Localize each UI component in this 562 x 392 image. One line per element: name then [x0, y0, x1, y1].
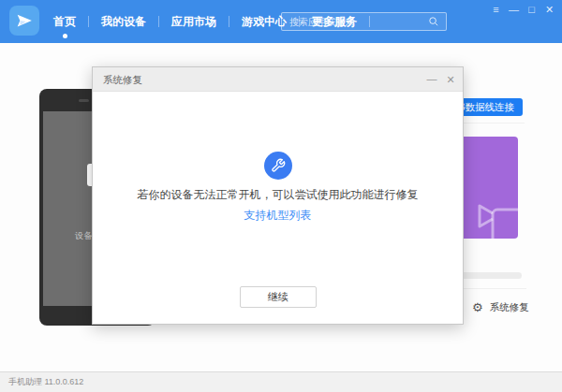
usb-connect-label: B数据线连接	[458, 101, 514, 114]
app-window: 首页 我的设备 应用市场 游戏中心 更多服务	[0, 0, 562, 392]
nav-item-home[interactable]: 首页	[41, 0, 88, 43]
status-bar: 手机助理 11.0.0.612	[0, 371, 562, 392]
nav-item-app-market[interactable]: 应用市场	[159, 0, 229, 43]
active-dot	[63, 34, 67, 38]
continue-button[interactable]: 继续	[240, 286, 317, 308]
system-repair-dialog: 系统修复 — ✕ 若你的设备无法正常开机，可以尝试使用此功能进行修复 支持机型列…	[92, 66, 464, 325]
dialog-title: 系统修复	[103, 67, 142, 92]
search-box[interactable]	[281, 12, 447, 31]
search-icon[interactable]	[428, 16, 439, 27]
nav-label: 首页	[53, 14, 76, 30]
dialog-minimize-icon[interactable]: —	[423, 67, 440, 92]
nav-label: 我的设备	[101, 14, 146, 30]
window-controls: ≡ — □ ✕	[487, 2, 558, 17]
wrench-icon	[271, 158, 286, 173]
nav-label: 游戏中心	[242, 14, 287, 30]
gear-icon: ⚙	[472, 300, 483, 315]
dialog-close-icon[interactable]: ✕	[442, 67, 459, 92]
nav-item-my-devices[interactable]: 我的设备	[89, 0, 158, 43]
dialog-message: 若你的设备无法正常开机，可以尝试使用此功能进行修复	[93, 187, 463, 203]
repair-badge	[264, 152, 292, 180]
version-text: 手机助理 11.0.0.612	[8, 372, 83, 392]
minimize-icon[interactable]: —	[505, 2, 523, 17]
system-repair-shortcut[interactable]: ⚙ 系统修复	[472, 300, 529, 315]
supported-models-link[interactable]: 支持机型列表	[93, 208, 463, 224]
header-bar: 首页 我的设备 应用市场 游戏中心 更多服务	[0, 0, 562, 43]
video-camera-icon	[476, 200, 518, 239]
phone-speaker	[79, 99, 89, 102]
dialog-titlebar[interactable]: 系统修复 — ✕	[93, 67, 463, 92]
menu-icon[interactable]: ≡	[487, 2, 505, 17]
search-input[interactable]	[282, 14, 428, 29]
system-repair-label: 系统修复	[490, 301, 529, 314]
nav-label: 应用市场	[171, 14, 216, 30]
close-icon[interactable]: ✕	[540, 2, 558, 17]
maximize-icon[interactable]: □	[523, 2, 540, 17]
app-logo[interactable]	[9, 6, 39, 36]
paper-plane-icon	[16, 12, 33, 29]
